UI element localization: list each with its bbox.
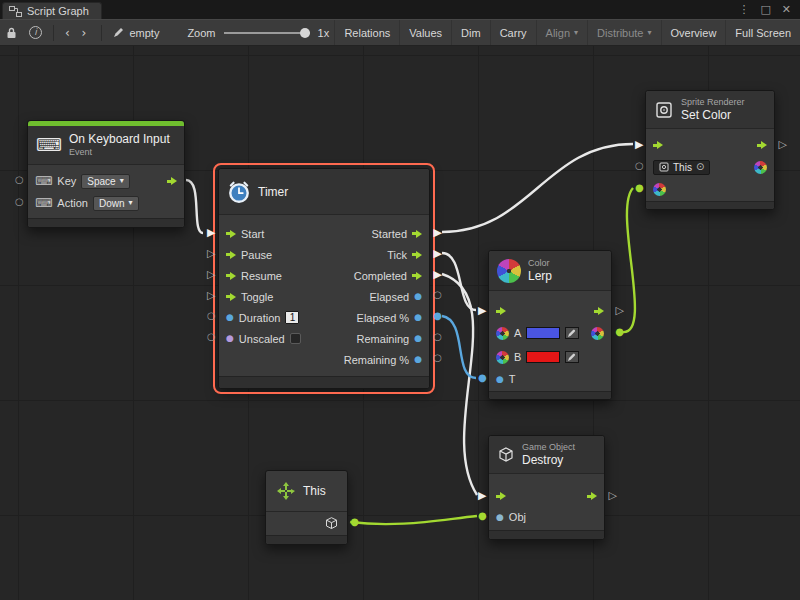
- value-out-port[interactable]: ●: [414, 334, 422, 343]
- chevron-down-icon: ▾: [128, 199, 132, 207]
- value-out-port[interactable]: ●: [414, 292, 422, 301]
- value-out-port[interactable]: ●: [414, 355, 422, 364]
- flow-in-port[interactable]: [653, 141, 663, 149]
- value-in-port[interactable]: ●: [635, 183, 644, 193]
- maximize-icon[interactable]: □: [760, 4, 770, 15]
- flow-in-port[interactable]: ▷: [207, 269, 215, 280]
- carry-button[interactable]: Carry: [490, 20, 536, 45]
- value-in-port[interactable]: ●: [496, 513, 504, 522]
- node-set-color[interactable]: Sprite Renderer Set Color This ⊙: [645, 90, 775, 210]
- value-in-port[interactable]: ○: [207, 311, 216, 321]
- value-in-port[interactable]: ●: [478, 511, 487, 521]
- color-port-icon[interactable]: [496, 327, 509, 340]
- color-port-icon[interactable]: [496, 351, 509, 364]
- flow-out-port[interactable]: ▷: [779, 139, 787, 150]
- wire-completed-to-destroy[interactable]: [442, 274, 477, 495]
- flow-out-port[interactable]: [594, 307, 604, 315]
- flow-in-port[interactable]: [496, 307, 506, 315]
- tab-script-graph[interactable]: Script Graph: [2, 2, 102, 19]
- color-b-swatch[interactable]: [526, 351, 560, 363]
- object-picker-icon[interactable]: ⊙: [696, 162, 704, 172]
- flow-in-port[interactable]: [226, 293, 236, 301]
- flow-in-port[interactable]: ▶: [478, 490, 486, 501]
- flow-out-port[interactable]: [167, 177, 177, 185]
- input-port[interactable]: ○: [15, 175, 24, 185]
- color-out-icon[interactable]: [754, 161, 767, 174]
- value-out-port[interactable]: ●: [350, 517, 359, 527]
- value-in-port[interactable]: ●: [226, 313, 234, 322]
- flow-in-port[interactable]: ▷: [207, 248, 215, 259]
- wire-started-to-setcolor[interactable]: [442, 144, 633, 232]
- flow-in-port[interactable]: ▶: [478, 305, 486, 316]
- eyedropper-button[interactable]: [565, 327, 579, 339]
- relations-button[interactable]: Relations: [334, 20, 399, 45]
- close-icon[interactable]: ✕: [782, 4, 791, 15]
- node-color-lerp[interactable]: Color Lerp A B: [488, 250, 612, 400]
- eyedropper-button[interactable]: [565, 351, 579, 363]
- flow-in-port[interactable]: [226, 272, 236, 280]
- flow-out-port[interactable]: [757, 141, 767, 149]
- window-menu-icon[interactable]: ⋮: [738, 4, 749, 15]
- navigate-chevrons-icon[interactable]: ‹ ›: [59, 27, 96, 39]
- value-out-port[interactable]: ●: [433, 311, 442, 321]
- fullscreen-button[interactable]: Full Screen: [725, 20, 800, 45]
- graph-canvas[interactable]: ⌨ On Keyboard Input Event ⌨ Key Space ▾ …: [0, 46, 800, 600]
- wire-keyboard-to-timer-start[interactable]: [186, 180, 203, 233]
- target-object-field[interactable]: This ⊙: [653, 160, 710, 175]
- lock-icon[interactable]: [0, 27, 23, 39]
- flow-in-port[interactable]: ▶: [207, 227, 215, 238]
- flow-in-port[interactable]: ▷: [207, 290, 215, 301]
- wire-this-to-obj[interactable]: [350, 516, 477, 524]
- value-out-port[interactable]: ○: [433, 290, 442, 300]
- sprite-icon: [659, 162, 669, 172]
- node-timer[interactable]: Timer Start Started Pause Tick Resume: [218, 168, 430, 389]
- zoom-slider-handle[interactable]: [300, 28, 310, 38]
- flow-in-port[interactable]: [226, 230, 236, 238]
- port-label: Tick: [387, 249, 407, 261]
- value-in-port[interactable]: ●: [478, 373, 487, 383]
- chevron-down-icon: ▾: [574, 29, 578, 37]
- value-in-port[interactable]: ●: [496, 375, 504, 384]
- key-dropdown[interactable]: Space ▾: [81, 174, 129, 189]
- dim-button[interactable]: Dim: [451, 20, 490, 45]
- graph-toolbar: i ‹ › empty Zoom 1x Relations Values Dim…: [0, 19, 800, 46]
- flow-out-port[interactable]: ▶: [434, 269, 442, 280]
- port-label: A: [514, 327, 521, 339]
- flow-out-port[interactable]: ▷: [616, 305, 624, 316]
- unscaled-checkbox[interactable]: [290, 333, 301, 344]
- color-in-icon[interactable]: [653, 183, 666, 196]
- value-in-port[interactable]: ○: [207, 332, 216, 342]
- info-icon[interactable]: i: [23, 26, 48, 39]
- wire-tick-to-lerp[interactable]: [442, 253, 476, 310]
- node-destroy[interactable]: Game Object Destroy ● Obj ▶ ● ▷: [488, 435, 605, 540]
- flow-out-port[interactable]: ▶: [434, 227, 442, 238]
- align-button[interactable]: Align▾: [536, 20, 587, 45]
- flow-out-port[interactable]: ▷: [609, 490, 617, 501]
- flow-out-port[interactable]: [412, 272, 422, 280]
- flow-out-port[interactable]: [587, 492, 597, 500]
- edit-graph-icon[interactable]: [107, 28, 129, 38]
- value-out-port[interactable]: ○: [433, 332, 442, 342]
- flow-out-port[interactable]: [412, 251, 422, 259]
- flow-out-port[interactable]: ▶: [434, 248, 442, 259]
- zoom-slider[interactable]: [224, 32, 310, 34]
- action-dropdown[interactable]: Down ▾: [93, 196, 139, 211]
- node-on-keyboard-input[interactable]: ⌨ On Keyboard Input Event ⌨ Key Space ▾ …: [27, 120, 185, 228]
- distribute-button[interactable]: Distribute▾: [587, 20, 660, 45]
- duration-input[interactable]: 1: [285, 311, 299, 324]
- value-in-port[interactable]: ○: [635, 161, 644, 171]
- flow-in-port[interactable]: [496, 492, 506, 500]
- values-button[interactable]: Values: [399, 20, 451, 45]
- overview-button[interactable]: Overview: [661, 20, 726, 45]
- node-this[interactable]: This ●: [265, 470, 348, 545]
- flow-in-port[interactable]: [226, 251, 236, 259]
- value-out-port[interactable]: ○: [433, 353, 442, 363]
- flow-in-port[interactable]: ▶: [635, 139, 643, 150]
- value-in-port[interactable]: ●: [226, 334, 234, 343]
- value-out-port[interactable]: ●: [414, 313, 422, 322]
- color-a-swatch[interactable]: [526, 327, 560, 339]
- input-port[interactable]: ○: [15, 197, 24, 207]
- value-out-port[interactable]: ●: [615, 327, 624, 337]
- color-out-icon[interactable]: [591, 327, 604, 340]
- flow-out-port[interactable]: [412, 230, 422, 238]
